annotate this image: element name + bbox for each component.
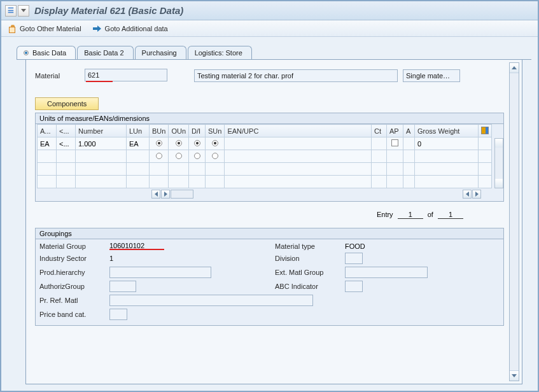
cell-number[interactable]: 1.000 (76, 137, 127, 150)
goto-additional-data-button[interactable]: Goto Additional data (93, 25, 168, 32)
highlight-underline (86, 81, 113, 82)
col-config[interactable] (479, 125, 492, 137)
abc-indicator-label: ABC Indicator (275, 283, 345, 290)
scroll-right-icon[interactable] (161, 190, 170, 199)
scroll-left-icon[interactable] (151, 190, 160, 199)
col-di[interactable]: D/I (189, 125, 206, 137)
title-bar: ☰ Display Material 621 (Basic Data) (1, 1, 538, 20)
col-lt[interactable]: <... (57, 125, 76, 137)
sap-menu-icon[interactable]: ☰ (5, 5, 17, 17)
scroll-right-end-icon[interactable] (472, 190, 481, 199)
cell-lun[interactable]: EA (127, 137, 150, 150)
scroll-left-end-icon[interactable] (463, 190, 472, 199)
material-description-field[interactable]: Testing material 2 for char. prof (194, 69, 398, 82)
cell-aflag[interactable] (403, 137, 415, 150)
tab-basic-data-2[interactable]: Basic Data 2 (77, 46, 133, 59)
ext-matl-group-field[interactable] (345, 267, 428, 278)
tab-purchasing[interactable]: Purchasing (135, 46, 186, 59)
system-icons: ☰ (5, 5, 29, 17)
division-field[interactable] (345, 253, 363, 264)
material-mode-field[interactable]: Single mate… (403, 69, 460, 82)
col-ean[interactable]: EAN/UPC (225, 125, 372, 137)
arrow-right-icon (93, 25, 102, 32)
material-header-row: Material 621 Testing material 2 for char… (35, 69, 504, 82)
authoriz-group-label: AuthorizGroup (39, 283, 109, 290)
pr-ref-matl-field[interactable] (109, 295, 313, 306)
cell-a[interactable]: EA (38, 137, 57, 150)
scroll-track[interactable] (171, 190, 193, 199)
material-type-label: Material type (275, 242, 345, 250)
scroll-down-icon[interactable] (495, 179, 503, 188)
material-group-label: Material Group (39, 242, 109, 250)
col-a[interactable]: A... (38, 125, 57, 137)
table-horizontal-scrollbar (37, 190, 492, 199)
pr-ref-matl-label: Pr. Ref. Matl (39, 297, 109, 304)
table-vertical-scrollbar[interactable] (494, 138, 503, 188)
table-row[interactable] (38, 163, 492, 176)
col-ct[interactable]: Ct (372, 125, 387, 137)
app-window: ☰ Display Material 621 (Basic Data) Goto… (0, 0, 539, 392)
dropdown-icon[interactable] (18, 5, 29, 17)
scroll-up-icon[interactable] (510, 63, 519, 73)
col-sun[interactable]: SUn (206, 125, 225, 137)
col-ap[interactable]: AP (387, 125, 403, 137)
tab-strip: Basic Data Basic Data 2 Purchasing Logis… (1, 37, 538, 384)
cell-gross[interactable]: 0 (415, 137, 479, 150)
cell-ct[interactable] (372, 137, 387, 150)
industry-sector-value: 1 (109, 255, 237, 262)
col-number[interactable]: Number (76, 125, 127, 137)
components-button[interactable]: Components (35, 97, 99, 110)
cell-bun[interactable] (150, 137, 169, 150)
entry-counter: Entry 1 of 1 (35, 202, 504, 225)
authoriz-group-field[interactable] (109, 281, 136, 292)
groupings-title: Groupings (36, 228, 503, 239)
col-gross[interactable]: Gross Weight (415, 125, 479, 137)
goto-other-material-button[interactable]: Goto Other Material (8, 24, 81, 33)
entry-total: 1 (438, 211, 463, 219)
table-row[interactable] (38, 176, 492, 188)
prod-hierarchy-field[interactable] (109, 267, 211, 278)
uom-groupbox-title: Units of measure/EANs/dimensions (36, 113, 503, 124)
entry-current: 1 (398, 211, 423, 219)
table-row[interactable]: EA <... 1.000 EA (38, 137, 492, 150)
material-number-field[interactable]: 621 (85, 69, 167, 81)
scroll-up-icon[interactable] (495, 139, 503, 148)
material-label: Material (35, 72, 80, 80)
material-type-value: FOOD (345, 242, 434, 250)
panel-vertical-scrollbar[interactable] (509, 62, 519, 381)
col-lun[interactable]: LUn (127, 125, 150, 137)
industry-sector-label: Industry Sector (39, 255, 109, 262)
cell-sun[interactable] (206, 137, 225, 150)
groupings-groupbox: Groupings Material Group 106010102 Mater… (35, 228, 504, 326)
table-settings-icon (481, 127, 489, 134)
window-title: Display Material 621 (Basic Data) (34, 5, 183, 16)
uom-table: A... <... Number LUn BUn OUn D/I SUn EAN… (37, 124, 492, 188)
app-toolbar: Goto Other Material Goto Additional data (1, 20, 538, 37)
cell-ap[interactable] (387, 137, 403, 150)
cell-di[interactable] (189, 137, 206, 150)
cell-oun[interactable] (169, 137, 189, 150)
price-band-cat-field[interactable] (109, 309, 127, 320)
table-row[interactable] (38, 150, 492, 163)
tab-logistics-store[interactable]: Logistics: Store (188, 46, 252, 59)
radio-icon (24, 50, 29, 55)
col-aflag[interactable]: A (403, 125, 415, 137)
material-group-value: 106010102 (109, 242, 144, 249)
ext-matl-group-label: Ext. Matl Group (275, 269, 345, 276)
tab-basic-data[interactable]: Basic Data (17, 46, 76, 59)
cell-ean[interactable] (225, 137, 372, 150)
scroll-down-icon[interactable] (510, 370, 519, 381)
prod-hierarchy-label: Prod.hierarchy (39, 269, 109, 276)
price-band-cat-label: Price band cat. (39, 311, 109, 318)
col-oun[interactable]: OUn (169, 125, 189, 137)
folder-icon (8, 24, 17, 33)
abc-indicator-field[interactable] (345, 281, 363, 292)
tab-content: Material 621 Testing material 2 for char… (25, 60, 522, 384)
division-label: Division (275, 255, 345, 262)
col-bun[interactable]: BUn (150, 125, 169, 137)
uom-groupbox: Units of measure/EANs/dimensions A... <.… (35, 113, 504, 202)
cell-lt[interactable]: <... (57, 137, 76, 150)
